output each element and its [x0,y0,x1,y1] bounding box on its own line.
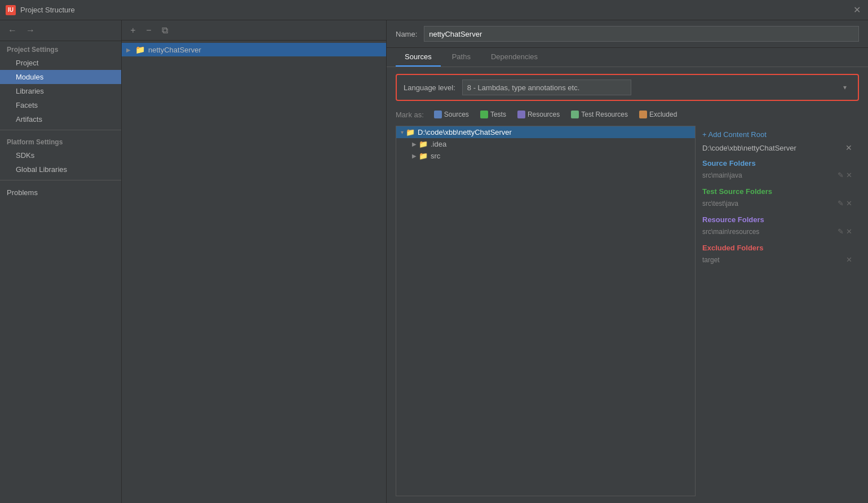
tab-dependencies[interactable]: Dependencies [482,48,547,67]
sources-icon [434,111,442,118]
resource-folder-path-0: src\main\resources [702,228,759,236]
mark-tests-button[interactable]: Tests [477,109,510,120]
source-folder-path-0: src\main\java [702,171,742,179]
forward-button[interactable]: → [24,24,37,37]
bottom-area: ▾ 📁 D:\code\xbb\nettyChatServer ▶ 📁 .ide… [396,126,859,496]
tab-sources[interactable]: Sources [396,48,441,67]
remove-module-button[interactable]: − [142,24,156,37]
add-module-button[interactable]: + [126,24,140,37]
root-expand-icon: ▾ [401,129,404,135]
excluded-folders-category: Excluded Folders target ✕ [702,244,852,265]
mark-as-label: Mark as: [396,111,424,119]
content-area: Language level: 8 - Lambdas, type annota… [387,67,868,503]
remove-test-source-folder-button-0[interactable]: ✕ [846,199,852,208]
content-root-path-row: D:\code\xbb\nettyChatServer ✕ [702,143,852,152]
src-label: src [431,152,440,160]
tests-icon [480,111,488,118]
mark-test-resources-button[interactable]: Test Resources [568,109,631,120]
file-tree-idea[interactable]: ▶ 📁 .idea [396,138,695,150]
copy-module-button[interactable]: ⧉ [158,24,171,37]
main-content: ← → Project Settings Project Modules Lib… [0,20,868,503]
source-folder-actions-0: ✎ ✕ [838,171,852,179]
file-tree-panel: ▾ 📁 D:\code\xbb\nettyChatServer ▶ 📁 .ide… [396,126,696,496]
mark-as-row: Mark as: Sources Tests Resources [396,109,859,120]
edit-resource-folder-button-0[interactable]: ✎ [838,227,844,236]
file-tree-src[interactable]: ▶ 📁 src [396,150,695,162]
test-source-folder-path-0: src\test\java [702,200,738,208]
sidebar-item-problems[interactable]: Problems [0,184,121,201]
source-folders-title: Source Folders [702,159,852,167]
sidebar-divider-2 [0,180,121,180]
name-input[interactable] [424,26,859,42]
file-tree-root[interactable]: ▾ 📁 D:\code\xbb\nettyChatServer [396,126,695,138]
language-level-select-wrapper: 8 - Lambdas, type annotations etc. 7 - D… [462,80,851,95]
resource-folder-entry-0: src\main\resources ✎ ✕ [702,226,852,237]
expand-icon: ▶ [126,47,133,53]
source-folder-entry-0: src\main\java ✎ ✕ [702,170,852,180]
idea-folder-icon: 📁 [419,140,428,148]
sidebar-item-global-libraries[interactable]: Global Libraries [0,162,121,177]
title-bar: IU Project Structure ✕ [0,0,868,20]
source-folders-category: Source Folders src\main\java ✎ ✕ [702,159,852,180]
project-settings-header: Project Settings [0,41,121,56]
edit-source-folder-button-0[interactable]: ✎ [838,171,844,179]
idea-expand-icon: ▶ [412,141,417,147]
select-arrow-icon: ▾ [843,83,847,91]
sidebar-item-sdks[interactable]: SDKs [0,148,121,162]
right-info-panel: + Add Content Root D:\code\xbb\nettyChat… [696,126,859,496]
remove-source-folder-button-0[interactable]: ✕ [846,171,852,179]
middle-panel: + − ⧉ ▶ 📁 nettyChatServer [122,20,387,503]
sidebar-item-project[interactable]: Project [0,56,121,70]
excluded-folders-title: Excluded Folders [702,244,852,252]
platform-settings-header: Platform Settings [0,134,121,148]
test-source-folders-category: Test Source Folders src\test\java ✎ ✕ [702,187,852,209]
add-content-root-button[interactable]: + Add Content Root [702,130,767,139]
content-root-header: + Add Content Root [702,130,852,139]
project-structure-window: IU Project Structure ✕ ← → Project Setti… [0,0,868,503]
module-tree: ▶ 📁 nettyChatServer [122,41,386,503]
language-level-select[interactable]: 8 - Lambdas, type annotations etc. 7 - D… [462,80,631,95]
sidebar-item-modules[interactable]: Modules [0,70,121,84]
excluded-folder-entry-0: target ✕ [702,254,852,265]
tab-paths[interactable]: Paths [443,48,480,67]
right-panel: Name: Sources Paths Dependencies Languag… [387,20,868,503]
remove-resource-folder-button-0[interactable]: ✕ [846,227,852,236]
root-folder-icon: 📁 [406,128,415,136]
module-name-label: nettyChatServer [148,46,201,54]
sidebar-item-facets[interactable]: Facets [0,98,121,112]
resources-icon [517,111,525,118]
close-button[interactable]: ✕ [851,5,862,16]
tabs-row: Sources Paths Dependencies [387,48,868,67]
src-expand-icon: ▶ [412,153,417,159]
sidebar-item-artifacts[interactable]: Artifacts [0,112,121,126]
mark-sources-button[interactable]: Sources [431,109,472,120]
idea-label: .idea [431,140,446,148]
sidebar-divider [0,130,121,130]
sidebar-item-libraries[interactable]: Libraries [0,84,121,98]
tree-item-nettychatserver[interactable]: ▶ 📁 nettyChatServer [122,43,386,56]
edit-test-source-folder-button-0[interactable]: ✎ [838,199,844,208]
test-source-folder-actions-0: ✎ ✕ [838,199,852,208]
folder-icon: 📁 [135,45,145,54]
resource-folders-title: Resource Folders [702,215,852,224]
excluded-folder-path-0: target [702,256,720,264]
remove-excluded-folder-button-0[interactable]: ✕ [846,255,852,264]
resource-folders-category: Resource Folders src\main\resources ✎ ✕ [702,215,852,237]
remove-content-root-button[interactable]: ✕ [845,143,852,152]
test-resources-icon [571,111,579,118]
name-row: Name: [387,20,868,48]
excluded-icon [639,111,647,118]
test-source-folder-entry-0: src\test\java ✎ ✕ [702,198,852,209]
back-button[interactable]: ← [6,24,19,37]
name-label: Name: [396,30,417,38]
module-toolbar: + − ⧉ [122,20,386,41]
content-root-path-label: D:\code\xbb\nettyChatServer [702,144,796,152]
mark-excluded-button[interactable]: Excluded [636,109,680,120]
mark-resources-button[interactable]: Resources [514,109,563,120]
language-level-row: Language level: 8 - Lambdas, type annota… [396,74,859,101]
root-path-label: D:\code\xbb\nettyChatServer [418,128,512,136]
window-title: Project Structure [20,6,851,14]
src-folder-icon: 📁 [419,152,428,160]
resource-folder-actions-0: ✎ ✕ [838,227,852,236]
sidebar: ← → Project Settings Project Modules Lib… [0,20,122,503]
